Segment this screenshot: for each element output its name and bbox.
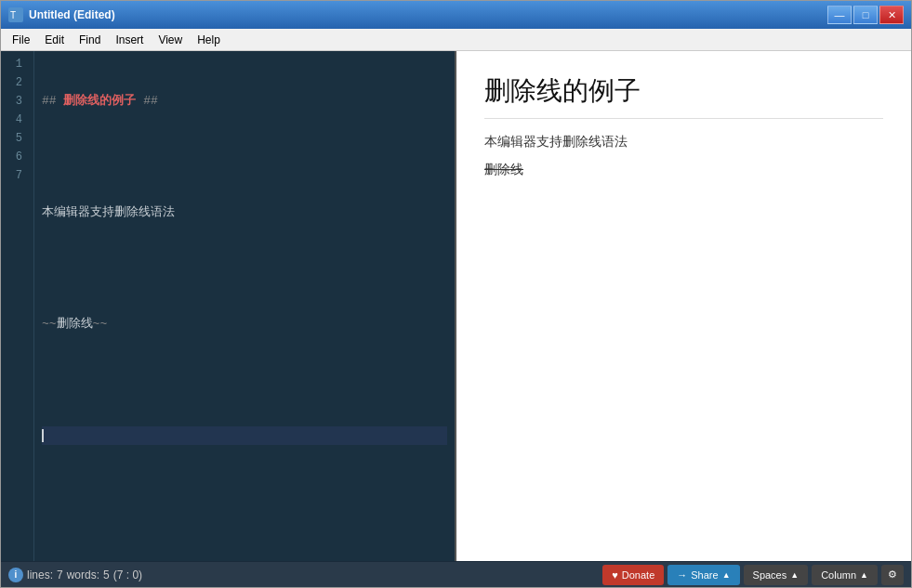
status-right: ♥ Donate → Share ▲ Spaces ▲ Column ▲ ⚙ [602,565,904,585]
line-number-2: 2 [1,73,28,92]
donate-label: Donate [622,569,654,581]
editor-pane[interactable]: 1 2 3 4 5 6 7 ## 删除线的例子 ## 本编辑器支持删除线语法 ~… [1,51,456,561]
code-line-4 [42,259,447,278]
column-button[interactable]: Column ▲ [812,565,878,585]
heading-marker-1: ## [42,94,63,108]
maximize-button[interactable]: □ [853,6,878,24]
code-line-7 [42,426,447,445]
strike-marker-open: ~~ [42,317,57,331]
code-line-2 [42,148,447,166]
line-number-3: 3 [1,92,28,111]
code-line-6 [42,371,447,389]
share-label: Share [691,569,718,581]
normal-text-3: 本编辑器支持删除线语法 [42,205,175,219]
menu-file[interactable]: File [5,32,37,48]
spaces-dropdown-icon: ▲ [790,570,799,580]
line-number-1: 1 [1,55,28,73]
share-arrow-icon: → [677,569,687,581]
donate-button[interactable]: ♥ Donate [602,565,664,585]
line-number-4: 4 [1,111,28,129]
line-number-7: 7 [1,166,28,185]
svg-text:T: T [10,10,16,20]
status-bar: i lines: 7 words: 5 (7 : 0) ♥ Donate → S… [1,561,911,587]
code-line-5: ~~删除线~~ [42,315,447,333]
line-number-6: 6 [1,148,28,166]
app-window: T Untitled (Edited) — □ ✕ File Edit Find… [0,0,912,588]
donate-heart-icon: ♥ [612,569,618,581]
line-numbers: 1 2 3 4 5 6 7 [1,51,34,561]
preview-pane: 删除线的例子 本编辑器支持删除线语法 删除线 [456,51,911,561]
main-area: 1 2 3 4 5 6 7 ## 删除线的例子 ## 本编辑器支持删除线语法 ~… [1,51,911,561]
code-line-3: 本编辑器支持删除线语法 [42,203,447,222]
strike-marker-close: ~~ [93,317,108,331]
preview-heading: 删除线的例子 [484,73,883,119]
preview-paragraph: 本编辑器支持删除线语法 [484,134,883,150]
menu-insert[interactable]: Insert [108,32,151,48]
lines-label: lines: [27,568,53,581]
menu-find[interactable]: Find [72,32,108,48]
words-count: 5 [103,568,110,581]
preview-strikethrough: 删除线 [484,162,883,178]
status-left: i lines: 7 words: 5 (7 : 0) [8,568,602,582]
code-line-1: ## 删除线的例子 ## [42,92,447,111]
column-label: Column [821,569,856,581]
menu-edit[interactable]: Edit [37,32,72,48]
minimize-button[interactable]: — [827,6,852,24]
menu-bar: File Edit Find Insert View Help [1,29,911,51]
words-label: words: [67,568,99,581]
title-bar: T Untitled (Edited) — □ ✕ [1,1,911,29]
spaces-button[interactable]: Spaces ▲ [744,565,809,585]
heading-content-1: 删除线的例子 [63,94,136,108]
share-button[interactable]: → Share ▲ [667,565,739,585]
share-dropdown-icon: ▲ [722,570,731,580]
info-icon: i [8,568,23,582]
menu-view[interactable]: View [151,32,190,48]
column-dropdown-icon: ▲ [860,570,868,580]
strike-content: 删除线 [57,317,93,331]
app-icon: T [8,7,23,22]
text-cursor [42,429,44,442]
menu-help[interactable]: Help [190,32,228,48]
editor-content: 1 2 3 4 5 6 7 ## 删除线的例子 ## 本编辑器支持删除线语法 ~… [1,51,455,561]
lines-count: 7 [57,568,63,581]
heading-marker-end-1: ## [136,94,157,108]
line-number-5: 5 [1,129,28,148]
cursor-position: (7 : 0) [113,568,142,581]
window-controls: — □ ✕ [827,6,904,24]
settings-button[interactable]: ⚙ [881,565,904,585]
close-button[interactable]: ✕ [879,6,904,24]
spaces-label: Spaces [753,569,787,581]
window-title: Untitled (Edited) [29,8,827,21]
settings-gear-icon: ⚙ [888,568,897,581]
code-area[interactable]: ## 删除线的例子 ## 本编辑器支持删除线语法 ~~删除线~~ [34,51,455,561]
